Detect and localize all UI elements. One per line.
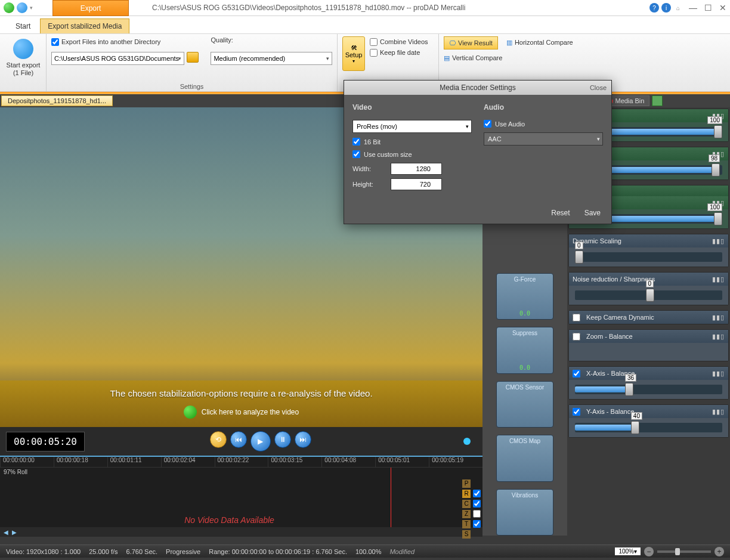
status-video: Video: 1920x1080 : 1.000 bbox=[6, 548, 81, 555]
track-r[interactable]: R bbox=[462, 490, 471, 498]
quality-combo[interactable]: Medium (recommended) bbox=[211, 52, 332, 65]
keep-camera-dynamic[interactable]: Keep Camera Dynamic▮▮▯ bbox=[569, 311, 728, 324]
dialog-titlebar[interactable]: Media Encoder Settings Close bbox=[344, 81, 611, 95]
titlebar: ▾ Export C:\Users\ASUS ROG G531GD\Videos… bbox=[0, 0, 730, 16]
slider-xaxis[interactable]: 36 bbox=[575, 385, 722, 394]
panel-toggle[interactable] bbox=[652, 95, 663, 106]
home-icon[interactable]: ⌂ bbox=[673, 3, 683, 13]
start-export-button[interactable]: Start export(1 File) bbox=[5, 36, 42, 77]
qat-btn-1[interactable] bbox=[4, 2, 14, 13]
use-audio-checkbox[interactable]: Use Audio bbox=[484, 120, 603, 128]
reset-button[interactable]: Reset bbox=[551, 209, 570, 217]
statusbar: Video: 1920x1080 : 1.000 25.000 f/s 6.76… bbox=[0, 544, 730, 558]
tl-nav-prev-icon[interactable]: ◀ bbox=[4, 529, 8, 536]
loop-button[interactable]: ⟲ bbox=[210, 431, 227, 448]
width-input[interactable] bbox=[391, 163, 442, 175]
height-label: Height: bbox=[352, 181, 386, 188]
status-fps: 25.000 f/s bbox=[89, 548, 117, 555]
maximize-button[interactable]: ☐ bbox=[704, 3, 712, 13]
save-button[interactable]: Save bbox=[584, 209, 601, 217]
tab-start[interactable]: Start bbox=[8, 19, 38, 33]
track-t-chk[interactable] bbox=[473, 520, 481, 528]
settings-group-label: Settings bbox=[47, 83, 337, 90]
roll-label: 97% Roll bbox=[4, 469, 27, 475]
zoom-balance-header[interactable]: Zoom - Balance▮▮▯ bbox=[569, 330, 728, 343]
track-toggles: P R C Z T S bbox=[462, 478, 482, 539]
track-c-chk[interactable] bbox=[473, 500, 481, 508]
dialog-close[interactable]: Close bbox=[590, 84, 607, 91]
vertical-compare[interactable]: ▤Vertical Compare bbox=[444, 52, 573, 64]
width-label: Width: bbox=[352, 165, 386, 172]
play-button[interactable]: ▶ bbox=[250, 431, 271, 451]
export-dir-checkbox[interactable]: Export Files into another Directory bbox=[51, 36, 199, 47]
status-scan: Progressive bbox=[166, 548, 200, 555]
slider-dynscale[interactable]: 0 bbox=[575, 252, 722, 262]
custom-size-checkbox[interactable]: Use custom size bbox=[352, 150, 472, 158]
export-dir-combo[interactable]: C:\Users\ASUS ROG G531GD\Documents bbox=[51, 52, 184, 65]
wrench-icon: 🛠 bbox=[351, 44, 357, 51]
audio-heading: Audio bbox=[484, 103, 603, 112]
setup-button[interactable]: 🛠 Setup ▾ bbox=[342, 36, 365, 71]
ribbon-tabs: Start Export stabilized Media bbox=[0, 16, 730, 34]
bit16-checkbox[interactable]: 16 Bit bbox=[352, 138, 472, 146]
info-icon[interactable]: i bbox=[661, 3, 671, 13]
prev-button[interactable]: ⏮ bbox=[230, 431, 247, 448]
track-r-chk[interactable] bbox=[473, 490, 481, 497]
overlay-message: The chosen stabilization-options require… bbox=[0, 388, 482, 398]
yaxis-header[interactable]: Y-Axis - Balance▮▮▯ bbox=[569, 405, 728, 418]
analyze-link[interactable]: Click here to analyze the video bbox=[0, 406, 482, 419]
status-dur: 6.760 Sec. bbox=[126, 548, 158, 555]
thumb-cmos-sensor[interactable]: CMOS Sensor bbox=[496, 381, 553, 428]
minimize-button[interactable]: — bbox=[689, 3, 697, 13]
track-s[interactable]: S bbox=[462, 530, 471, 539]
thumb-gforce[interactable]: G-Force0.0 bbox=[496, 273, 553, 320]
vcompare-icon: ▤ bbox=[444, 54, 450, 62]
analyze-icon bbox=[184, 406, 197, 419]
help-icon[interactable]: ? bbox=[649, 3, 659, 13]
export-ribbon-button[interactable]: Export bbox=[52, 0, 129, 16]
slider-noise[interactable]: 0 bbox=[575, 290, 722, 300]
quality-label: Quality: bbox=[211, 36, 332, 47]
video-codec-combo[interactable]: ProRes (mov) bbox=[352, 120, 472, 133]
track-t[interactable]: T bbox=[462, 520, 471, 528]
thumb-vibrations[interactable]: Vibrations bbox=[496, 489, 553, 536]
timecode-display: 00:00:05:20 bbox=[6, 432, 85, 451]
track-z[interactable]: Z bbox=[462, 510, 471, 518]
keep-date-checkbox[interactable]: Keep file date bbox=[370, 47, 428, 58]
monitor-icon: 🖵 bbox=[449, 39, 456, 47]
track-c[interactable]: C bbox=[462, 500, 471, 508]
track-z-chk[interactable] bbox=[473, 510, 481, 518]
zoom-display[interactable]: 100% ▾ bbox=[615, 547, 641, 555]
media-encoder-dialog: Media Encoder Settings Close Video ProRe… bbox=[344, 80, 612, 224]
transport-bar: 00:00:05:20 ⟲ ⏮ ▶ ⏸ ⏭ bbox=[0, 427, 482, 456]
timeline[interactable]: 00:00:00:0000:00:00:1800:00:01:1100:00:0… bbox=[0, 456, 482, 536]
audio-codec-combo[interactable]: AAC bbox=[484, 132, 603, 146]
timeline-ruler: 00:00:00:0000:00:00:1800:00:01:1100:00:0… bbox=[0, 457, 482, 468]
status-modified: Modified bbox=[389, 548, 415, 555]
xaxis-header[interactable]: X-Axis - Balance▮▮▯ bbox=[569, 367, 728, 380]
tl-nav-next-icon[interactable]: ▶ bbox=[12, 529, 17, 536]
zoom-out-button[interactable]: − bbox=[644, 547, 654, 556]
height-input[interactable] bbox=[391, 178, 442, 190]
track-p[interactable]: P bbox=[462, 479, 471, 488]
close-button[interactable]: ✕ bbox=[719, 3, 726, 13]
record-indicator[interactable] bbox=[463, 438, 471, 445]
zoom-in-button[interactable]: + bbox=[714, 547, 724, 556]
thumb-cmos-map[interactable]: CMOS Map bbox=[496, 435, 553, 481]
thumb-suppress[interactable]: Suppress0.0 bbox=[496, 327, 553, 373]
file-tab[interactable]: Depositphotos_119151878_hd1... bbox=[1, 95, 113, 106]
qat-btn-2[interactable] bbox=[17, 2, 27, 13]
no-data-label: No Video Data Available bbox=[0, 515, 459, 525]
slider-yaxis[interactable]: 40 bbox=[575, 423, 722, 432]
zoom-slider[interactable] bbox=[657, 550, 711, 553]
hcompare-icon: ▥ bbox=[506, 39, 512, 47]
pause-button[interactable]: ⏸ bbox=[274, 431, 291, 448]
video-heading: Video bbox=[352, 103, 472, 112]
next-button[interactable]: ⏭ bbox=[295, 431, 311, 448]
status-range: Range: 00:00:00:00 to 00:00:06:19 : 6.76… bbox=[209, 548, 347, 555]
view-result-button[interactable]: 🖵View Result bbox=[444, 36, 498, 49]
combine-videos-checkbox[interactable]: Combine Videos bbox=[370, 36, 428, 47]
browse-folder-icon[interactable] bbox=[187, 52, 199, 63]
horizontal-compare[interactable]: ▥Horizontal Compare bbox=[506, 36, 573, 48]
tab-export-stabilized[interactable]: Export stabilized Media bbox=[40, 18, 129, 33]
